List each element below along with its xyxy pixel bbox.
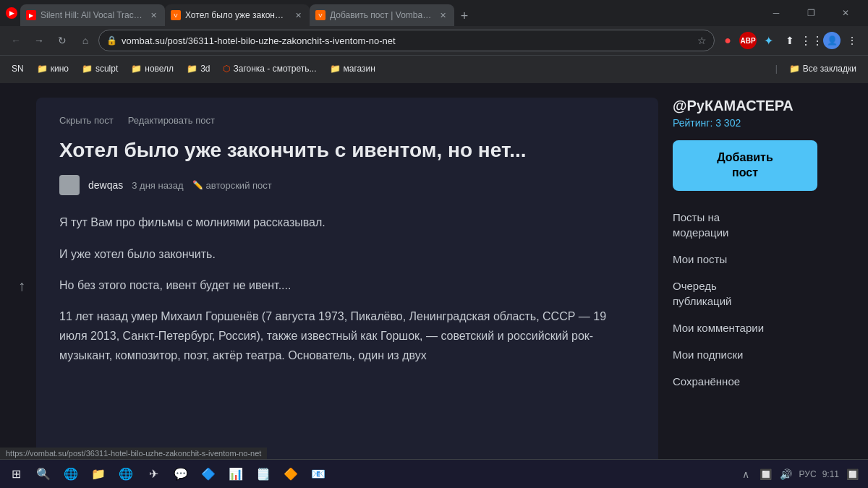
browser-menu-button[interactable]: ⋮⋮ (801, 30, 822, 51)
taskbar-app3[interactable]: 🔷 (195, 461, 221, 487)
taskbar-app6[interactable]: 🔶 (278, 461, 304, 487)
maximize-button[interactable]: ❐ (794, 0, 827, 26)
add-post-label: Добавитьпост (717, 151, 773, 179)
post-paragraph-2: И уже хотел было закончить. (59, 244, 635, 264)
home-button[interactable]: ⌂ (75, 30, 95, 51)
tab-2-title: Хотел было уже закончить с и... (185, 10, 288, 20)
sidebar-comments-link[interactable]: Мои комментарии (673, 316, 817, 340)
bookmark-sculpt-folder-icon: 📁 (82, 64, 93, 74)
back-button[interactable]: ← (6, 30, 26, 51)
rating-label: Рейтинг: (673, 117, 712, 129)
sidebar-menu: Посты намодерации Мои посты Очередьпубли… (673, 205, 817, 393)
sidebar-saved-link[interactable]: Сохранённое (673, 369, 817, 393)
more-options-button[interactable]: ⋮ (842, 30, 862, 51)
hide-post-link[interactable]: Скрыть пост (59, 115, 114, 126)
taskbar: ⊞ 🔍 🌐 📁 🌐 ✈ 💬 🔷 📊 🗒️ 🔶 📧 ∧ 🔲 🔊 РУС 9:11 … (0, 459, 868, 488)
taskbar-sound-icon[interactable]: 🔊 (779, 467, 793, 481)
author-name[interactable]: dewqas (88, 179, 123, 191)
taskbar-notification-icon[interactable]: 🔲 (845, 467, 859, 481)
taskbar-files[interactable]: 📁 (85, 461, 111, 487)
bookmark-shop[interactable]: 📁 магазин (324, 61, 381, 77)
refresh-button[interactable]: ↻ (52, 30, 72, 51)
bookmark-zagonka[interactable]: ⬡ Загонка - смотреть... (217, 61, 322, 77)
nav-actions: ● ABP ✦ ⬆ ⋮⋮ 👤 ⋮ (718, 30, 862, 51)
taskbar-app5[interactable]: 🗒️ (250, 461, 276, 487)
tab-3-close[interactable]: ✕ (437, 9, 448, 21)
taskbar-app4[interactable]: 📊 (223, 461, 249, 487)
bookmarks-bar: SN 📁 кино 📁 sculpt 📁 новелл 📁 3d ⬡ Загон… (0, 55, 868, 81)
page-content: ↑ Скрыть пост Редактировать пост Хотел б… (0, 83, 868, 488)
taskbar-app7[interactable]: 📧 (305, 461, 331, 487)
sidebar-moderation-link[interactable]: Посты намодерации (673, 205, 817, 244)
post-meta: dewqas 3 дня назад ✏️ авторский пост (59, 175, 635, 195)
add-post-button[interactable]: Добавитьпост (673, 140, 817, 191)
bookmark-3d[interactable]: 📁 3d (181, 61, 216, 77)
taskbar-right: ∧ 🔲 🔊 РУС 9:11 🔲 (739, 467, 865, 481)
bookmark-novell[interactable]: 📁 новелл (125, 61, 179, 77)
taskbar-time[interactable]: 9:11 (822, 469, 839, 479)
search-button[interactable]: 🔍 (30, 461, 56, 487)
post-body: Я тут Вам про фильмы с молниями рассказы… (59, 213, 635, 365)
taskbar-app1[interactable]: ✈ (140, 461, 166, 487)
bookmark-sn[interactable]: SN (6, 61, 30, 77)
address-bar[interactable]: 🔒 ☆ (98, 30, 715, 51)
taskbar-app2[interactable]: 💬 (168, 461, 194, 487)
post-paragraph-3: Но без этого поста, ивент будет не ивент… (59, 275, 635, 295)
edit-post-link[interactable]: Редактировать пост (128, 115, 215, 126)
bookmarks-right: | 📁 Все закладки (773, 61, 862, 77)
post-actions: Скрыть пост Редактировать пост (59, 115, 635, 126)
tab-1-close[interactable]: ✕ (148, 9, 159, 21)
scroll-up-arrow[interactable]: ↑ (18, 278, 25, 294)
post-paragraph-1: Я тут Вам про фильмы с молниями рассказы… (59, 213, 635, 232)
taskbar-language[interactable]: РУС (799, 469, 817, 479)
taskbar-network-icon[interactable]: 🔲 (759, 467, 773, 481)
adblock-button[interactable]: ABP (739, 32, 757, 49)
sidebar-my-posts-link[interactable]: Мои посты (673, 247, 817, 271)
bookmark-shop-label: магазин (344, 64, 375, 74)
address-input[interactable] (122, 35, 693, 46)
bookmark-novell-folder-icon: 📁 (131, 64, 142, 74)
taskbar-chrome[interactable]: 🌐 (113, 461, 139, 487)
bookmark-3d-folder-icon: 📁 (187, 64, 197, 74)
bookmark-folder-icon: 📁 (37, 64, 48, 74)
start-button[interactable]: ⊞ (3, 461, 29, 487)
tab-3[interactable]: V Добавить пост | Vombat.su ✕ (310, 4, 454, 26)
sidebar-subscriptions-link[interactable]: Мои подписки (673, 343, 817, 367)
bookmark-sn-label: SN (12, 64, 24, 74)
taskbar-tray-up[interactable]: ∧ (739, 467, 753, 481)
bookmark-sculpt[interactable]: 📁 sculpt (76, 61, 124, 77)
taskbar-browser[interactable]: 🌐 (58, 461, 84, 487)
tab-3-favicon: V (315, 10, 326, 20)
tab-2-close[interactable]: ✕ (292, 9, 304, 21)
extensions-button[interactable]: ● (718, 30, 738, 51)
forward-button[interactable]: → (29, 30, 49, 51)
bookmark-zagonka-label: Загонка - смотреть... (233, 64, 316, 74)
navigation-bar: ← → ↻ ⌂ 🔒 ☆ ● ABP ✦ ⬆ ⋮⋮ 👤 ⋮ (0, 26, 868, 55)
new-tab-button[interactable]: + (454, 6, 475, 26)
bookmark-star-icon[interactable]: ☆ (697, 35, 707, 46)
bookmark-novell-label: новелл (145, 64, 174, 74)
bookmark-kino-label: кино (51, 64, 69, 74)
sidebar: @РуКАМАСТЕРА Рейтинг: 3 302 Добавитьпост… (673, 98, 817, 474)
profile-button[interactable]: 👤 (823, 32, 841, 49)
share-button[interactable]: ⬆ (780, 30, 800, 51)
bookmark-kino[interactable]: 📁 кино (31, 61, 75, 77)
bookmarks-separator: | (775, 64, 778, 74)
main-post-container: Скрыть пост Редактировать пост Хотел был… (36, 98, 658, 474)
close-button[interactable]: ✕ (829, 0, 862, 26)
sidebar-queue-link[interactable]: Очередьпубликаций (673, 274, 817, 313)
tab-1-favicon: ▶ (26, 10, 36, 20)
tabs-container: ▶ Silent Hill: All Vocal Tracks - ✕ V Хо… (20, 0, 757, 26)
tab-1[interactable]: ▶ Silent Hill: All Vocal Tracks - ✕ (20, 4, 165, 26)
bookmark-sculpt-label: sculpt (95, 64, 118, 74)
all-bookmarks-button[interactable]: 📁 Все закладки (783, 61, 862, 77)
post-paragraph-4: 11 лет назад умер Михаил Горшенёв (7 авг… (59, 307, 635, 366)
bookmark-shop-folder-icon: 📁 (330, 64, 341, 74)
bookmark-zagonka-icon: ⬡ (223, 64, 230, 74)
status-bar: https://vombat.su/post/36311-hotel-bilo-… (0, 448, 267, 459)
minimize-button[interactable]: ─ (760, 0, 793, 26)
window-controls: ─ ❐ ✕ (760, 0, 862, 26)
extension-btn-1[interactable]: ✦ (758, 30, 778, 51)
tab-2[interactable]: V Хотел было уже закончить с и... ✕ (165, 4, 310, 26)
sidebar-username: @РуКАМАСТЕРА (673, 98, 817, 114)
